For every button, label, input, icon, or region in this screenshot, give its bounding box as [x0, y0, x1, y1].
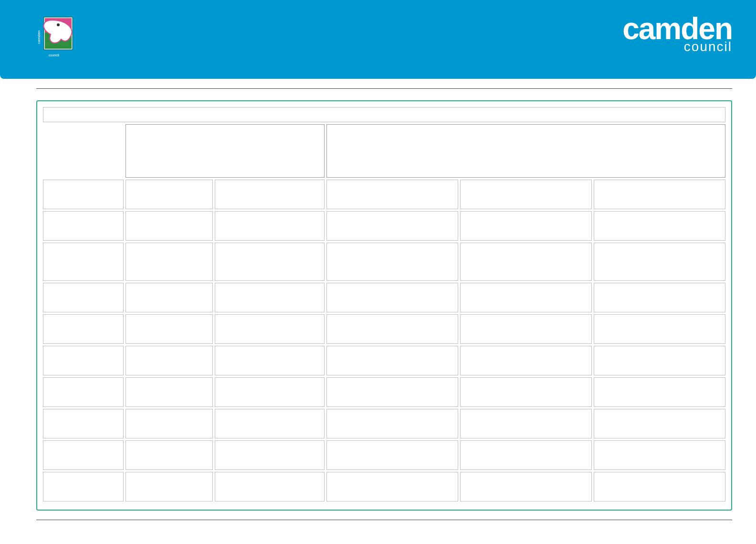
table-cell: [594, 180, 725, 209]
table-cell: [215, 283, 325, 312]
row-label: [43, 243, 124, 281]
table-cell: [460, 180, 592, 209]
table-cell: [126, 211, 213, 241]
table-cell: [215, 346, 325, 375]
table-cell: [326, 440, 458, 470]
table-cell: [594, 211, 725, 241]
row-label: [43, 346, 124, 375]
row-label: [43, 377, 124, 407]
row-label: [43, 472, 124, 501]
council-logo: camden council: [36, 15, 79, 63]
table-cell: [215, 243, 325, 281]
table-cell: [326, 472, 458, 501]
table-cell: [126, 283, 213, 312]
row-label: [43, 283, 124, 312]
table-cell: [460, 472, 592, 501]
table-cell: [460, 243, 592, 281]
row-label: [43, 409, 124, 438]
table-cell: [460, 377, 592, 407]
table-cell: [326, 409, 458, 438]
table-cell: [126, 243, 213, 281]
content-panel: [36, 100, 732, 511]
table-cell: [326, 180, 458, 209]
table-cell: [215, 409, 325, 438]
table-cell: [126, 346, 213, 375]
table-header-left: [126, 124, 325, 178]
table-cell: [126, 472, 213, 501]
table-cell: [460, 346, 592, 375]
table-cell: [594, 440, 725, 470]
row-label: [43, 180, 124, 209]
table-cell: [594, 409, 725, 438]
brand-name: camden: [622, 17, 732, 41]
table-header-right: [326, 124, 725, 178]
row-label: [43, 314, 124, 344]
svg-text:council: council: [49, 53, 59, 57]
table-title-row: [43, 107, 725, 122]
row-label: [43, 211, 124, 241]
table-cell: [126, 180, 213, 209]
data-table: [41, 105, 727, 503]
table-cell: [126, 314, 213, 344]
table-cell: [326, 283, 458, 312]
table-cell: [594, 314, 725, 344]
divider-top: [36, 88, 732, 89]
table-corner-spacer: [43, 124, 124, 178]
table-cell: [326, 314, 458, 344]
svg-text:camden: camden: [37, 31, 41, 44]
table-cell: [215, 440, 325, 470]
table-cell: [460, 440, 592, 470]
table-cell: [594, 283, 725, 312]
table-cell: [594, 472, 725, 501]
table-cell: [126, 409, 213, 438]
table-cell: [460, 409, 592, 438]
table-cell: [215, 377, 325, 407]
table-cell: [326, 211, 458, 241]
table-cell: [126, 440, 213, 470]
table-cell: [215, 314, 325, 344]
table-cell: [215, 472, 325, 501]
table-cell: [460, 314, 592, 344]
table-cell: [594, 243, 725, 281]
table-cell: [594, 377, 725, 407]
table-cell: [126, 377, 213, 407]
row-label: [43, 440, 124, 470]
table-cell: [215, 211, 325, 241]
svg-point-4: [57, 23, 60, 26]
table-cell: [326, 377, 458, 407]
table-cell: [594, 346, 725, 375]
page-header: camden council camden council: [0, 0, 756, 79]
brand-block: camden council: [622, 17, 732, 54]
table-cell: [215, 180, 325, 209]
table-cell: [326, 243, 458, 281]
table-cell: [326, 346, 458, 375]
divider-bottom: [36, 520, 732, 520]
table-cell: [460, 211, 592, 241]
table-cell: [460, 283, 592, 312]
